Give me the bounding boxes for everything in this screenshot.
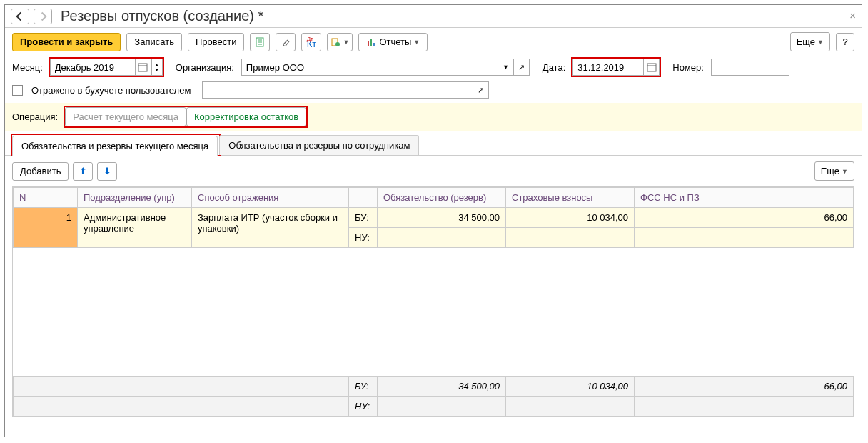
cell-nu-insurance <box>506 228 635 248</box>
op-calc-current-button[interactable]: Расчет текущего месяца <box>65 107 186 126</box>
cell-nu-reserve <box>378 228 506 248</box>
svg-point-5 <box>335 42 340 46</box>
cell-method: Зарплата ИТР (участок сборки и упаковки) <box>192 208 349 248</box>
more-button-grid[interactable]: Еще▼ <box>814 161 854 181</box>
footer-row: НУ: <box>14 397 854 417</box>
close-icon[interactable]: × <box>849 9 856 21</box>
move-up-icon[interactable]: ⬆ <box>73 162 93 181</box>
cell-nu-fss <box>635 228 854 248</box>
operation-label: Операция: <box>12 111 58 122</box>
footer-nu-label: НУ: <box>349 397 378 417</box>
forward-button[interactable] <box>34 9 52 24</box>
col-insurance[interactable]: Страховые взносы <box>506 188 635 208</box>
footer-bu-label: БУ: <box>349 377 378 397</box>
org-input[interactable] <box>241 59 498 76</box>
reflected-label: Отражено в бухучете пользователем <box>31 85 191 96</box>
cell-nu-label: НУ: <box>349 228 378 248</box>
month-label: Месяц: <box>12 62 43 73</box>
footer-bu-insurance: 10 034,00 <box>506 377 635 397</box>
footer-bu-fss: 66,00 <box>635 377 854 397</box>
empty-area <box>14 248 854 377</box>
svg-rect-11 <box>647 64 656 71</box>
file-icon[interactable] <box>250 33 270 51</box>
col-type <box>349 188 378 208</box>
number-input[interactable] <box>711 59 789 76</box>
more-button-top[interactable]: Еще▼ <box>790 32 830 51</box>
back-button[interactable] <box>11 9 29 24</box>
cell-bu-label: БУ: <box>349 208 378 228</box>
tab-current[interactable]: Обязательства и резервы текущего месяца <box>12 136 218 156</box>
col-department[interactable]: Подразделение (упр) <box>78 188 192 208</box>
dtkt-icon[interactable]: ДтКт <box>301 33 321 51</box>
date-input[interactable] <box>572 59 644 76</box>
cell-department: Административное управление <box>78 208 192 248</box>
col-n[interactable]: N <box>14 188 78 208</box>
org-dropdown-icon[interactable]: ▼ <box>498 59 514 76</box>
cell-bu-reserve: 34 500,00 <box>378 208 506 228</box>
tab-by-employee[interactable]: Обязательства и резервы по сотрудникам <box>219 135 419 155</box>
col-fss[interactable]: ФСС НС и ПЗ <box>635 188 854 208</box>
month-input[interactable] <box>50 59 136 76</box>
print-dropdown-icon[interactable]: ▼ <box>327 33 353 51</box>
op-adjust-button[interactable]: Корректировка остатков <box>186 107 306 126</box>
svg-rect-7 <box>370 39 372 46</box>
reflected-checkbox[interactable] <box>12 85 23 96</box>
attach-icon[interactable] <box>276 33 296 51</box>
move-down-icon[interactable]: ⬇ <box>97 162 117 181</box>
add-button[interactable]: Добавить <box>12 162 69 181</box>
reflected-input[interactable] <box>202 81 473 99</box>
svg-rect-8 <box>373 43 375 46</box>
date-calendar-icon[interactable] <box>644 59 660 76</box>
post-button[interactable]: Провести <box>188 33 245 51</box>
post-and-close-button[interactable]: Провести и закрыть <box>12 33 121 51</box>
cell-n: 1 <box>14 208 78 248</box>
cell-bu-fss: 66,00 <box>635 208 854 228</box>
save-button[interactable]: Записать <box>126 33 182 51</box>
number-label: Номер: <box>672 62 704 73</box>
reports-button[interactable]: Отчеты ▼ <box>358 33 428 51</box>
help-button[interactable]: ? <box>836 33 854 51</box>
cell-bu-insurance: 10 034,00 <box>506 208 635 228</box>
svg-rect-6 <box>368 41 369 46</box>
footer-row: БУ: 34 500,00 10 034,00 66,00 <box>14 377 854 397</box>
col-reserve[interactable]: Обязательство (резерв) <box>378 188 506 208</box>
table-row[interactable]: 1 Административное управление Зарплата И… <box>14 208 854 228</box>
month-calendar-icon[interactable] <box>136 59 151 76</box>
org-label: Организация: <box>176 62 234 73</box>
window-title: Резервы отпусков (создание) * <box>61 8 263 24</box>
reflected-open-icon[interactable]: ↗ <box>473 81 489 99</box>
date-label: Дата: <box>542 62 565 73</box>
footer-bu-reserve: 34 500,00 <box>378 377 506 397</box>
svg-rect-9 <box>138 64 147 71</box>
org-open-icon[interactable]: ↗ <box>514 59 530 76</box>
month-stepper[interactable]: ▲▼ <box>151 59 163 76</box>
col-method[interactable]: Способ отражения <box>192 188 349 208</box>
